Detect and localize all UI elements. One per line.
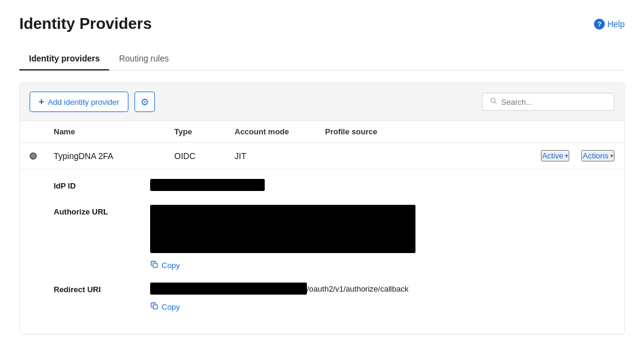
- header-actions-spacer: [446, 127, 614, 136]
- tab-identity-providers[interactable]: Identity providers: [19, 48, 109, 70]
- idp-id-value: [150, 179, 614, 193]
- header-type: Type: [174, 127, 235, 136]
- header-profile-source: Profile source: [325, 127, 446, 136]
- tab-routing-rules[interactable]: Routing rules: [109, 48, 178, 70]
- redirect-uri-label: Redirect URI: [54, 283, 150, 294]
- provider-row-main: TypingDNA 2FA OIDC JIT Active ▾ Actions …: [20, 143, 624, 169]
- search-input[interactable]: [501, 98, 607, 107]
- actions-chevron-icon: ▾: [610, 152, 613, 159]
- header-name: Name: [54, 127, 174, 136]
- gear-icon: ⚙: [140, 96, 149, 108]
- table-header: Name Type Account mode Profile source: [20, 121, 624, 143]
- copy-redirect-label: Copy: [162, 302, 180, 311]
- search-box: [482, 93, 614, 111]
- actions-label: Actions: [582, 151, 608, 160]
- page-title: Identity Providers: [19, 14, 152, 33]
- help-label: Help: [607, 19, 625, 29]
- redirect-uri-suffix: /oauth2/v1/authorize/callback: [307, 284, 408, 293]
- add-identity-provider-button[interactable]: + Add identity provider: [30, 92, 128, 112]
- copy-icon-redirect: [150, 302, 159, 312]
- tab-bar: Identity providers Routing rules: [19, 48, 625, 70]
- idp-id-redacted: [150, 179, 265, 191]
- row-actions: Active ▾ Actions ▾: [446, 150, 614, 161]
- status-indicator: [30, 152, 54, 160]
- copy-icon-authorize: [150, 260, 159, 271]
- provider-detail-section: IdP ID Authorize URL: [20, 169, 624, 334]
- svg-line-1: [494, 102, 496, 104]
- add-button-label: Add identity provider: [48, 98, 119, 107]
- redirect-uri-row: Redirect URI /oauth2/v1/authorize/callba…: [54, 283, 614, 312]
- status-dot: [30, 152, 37, 160]
- header-account-mode: Account mode: [235, 127, 325, 136]
- authorize-url-redacted: [150, 205, 415, 253]
- help-icon: ?: [594, 19, 605, 30]
- provider-account-mode: JIT: [235, 151, 325, 161]
- active-dropdown-button[interactable]: Active ▾: [541, 150, 569, 161]
- authorize-url-label: Authorize URL: [54, 205, 150, 216]
- copy-redirect-uri-button[interactable]: Copy: [150, 302, 180, 312]
- svg-rect-3: [153, 305, 157, 309]
- settings-button[interactable]: ⚙: [134, 92, 155, 112]
- toolbar-left: + Add identity provider ⚙: [30, 92, 155, 112]
- idp-id-row: IdP ID: [54, 179, 614, 193]
- active-chevron-icon: ▾: [565, 152, 568, 159]
- help-link[interactable]: ? Help: [594, 19, 625, 30]
- table-container: Name Type Account mode Profile source Ty…: [19, 120, 625, 335]
- idp-id-label: IdP ID: [54, 179, 150, 190]
- authorize-url-row: Authorize URL Copy: [54, 205, 614, 271]
- table-row: TypingDNA 2FA OIDC JIT Active ▾ Actions …: [20, 143, 624, 334]
- actions-dropdown-button[interactable]: Actions ▾: [581, 150, 614, 161]
- plus-icon: +: [39, 96, 44, 107]
- header-status: [30, 127, 54, 136]
- copy-authorize-url-button[interactable]: Copy: [150, 260, 180, 271]
- page-header: Identity Providers ? Help: [19, 14, 625, 33]
- provider-name: TypingDNA 2FA: [54, 151, 174, 161]
- authorize-url-value: Copy: [150, 205, 614, 271]
- provider-type: OIDC: [174, 151, 235, 161]
- svg-rect-2: [153, 263, 157, 267]
- toolbar: + Add identity provider ⚙: [19, 83, 625, 120]
- active-label: Active: [542, 151, 563, 160]
- redirect-uri-redacted: [150, 283, 307, 295]
- redirect-uri-value: /oauth2/v1/authorize/callback Copy: [150, 283, 614, 312]
- copy-authorize-label: Copy: [162, 261, 180, 270]
- search-icon: [490, 97, 497, 107]
